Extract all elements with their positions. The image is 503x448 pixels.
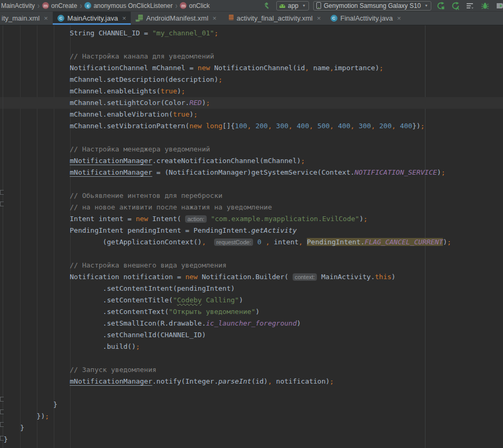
tab-androidmanifest-xml[interactable]: MFAndroidManifest.xml× <box>131 12 221 25</box>
fold-marker-icon[interactable] <box>0 397 4 402</box>
code-token: // Запуск уведомления <box>4 366 157 374</box>
code-token: ; <box>379 64 383 72</box>
code-token: 200 <box>379 122 391 130</box>
code-line[interactable]: .setContentTitle("Codeby Calling") <box>4 294 503 306</box>
code-line[interactable]: .setChannelId(CHANNEL_ID) <box>4 329 503 341</box>
fold-marker-icon[interactable] <box>0 190 4 195</box>
code-editor[interactable]: String CHANNEL_ID = "my_channel_01"; // … <box>0 25 503 448</box>
code-line[interactable]: .setContentText("Открыть уведомление") <box>4 306 503 318</box>
code-token: , <box>298 238 303 246</box>
code-line[interactable]: } <box>4 422 503 434</box>
method-icon: m <box>42 2 49 9</box>
run-configuration-select[interactable]: app ▼ <box>276 1 309 11</box>
code-line[interactable]: (getApplicationContext(), requestCode: 0… <box>4 236 503 248</box>
code-line[interactable]: // Обьявление интентов для переброски <box>4 190 503 202</box>
tab-finalacttivity-java[interactable]: CFinalActtivity.java× <box>326 12 406 25</box>
code-line[interactable] <box>4 178 503 190</box>
code-token: mChannel.setDescription(description) <box>4 75 218 83</box>
code-token: // Обьявление интентов для переброски <box>4 192 223 199</box>
code-line[interactable]: Notification notification = new Notifica… <box>4 271 503 283</box>
code-line[interactable]: mChannel.enableVibration(true); <box>4 109 503 120</box>
code-token: ) <box>437 168 441 176</box>
fold-marker-icon[interactable] <box>0 422 4 427</box>
tab-activity-final-acttivity-xml[interactable]: activity_final_acttivity.xml× <box>221 12 326 25</box>
attach-profiler-icon[interactable] <box>495 1 503 11</box>
code-token: mNotificationManager <box>70 157 152 165</box>
code-token: Intent intent = <box>4 215 136 223</box>
code-token: intent <box>270 238 299 246</box>
code-line[interactable]: .build(); <box>4 341 503 352</box>
code-line[interactable]: String CHANNEL_ID = "my_channel_01"; <box>4 27 503 39</box>
code-token: NotificationChannel mChannel = <box>4 64 198 72</box>
code-lines-icon[interactable] <box>465 1 476 11</box>
code-line[interactable]: .setSmallIcon(R.drawable.ic_launcher_for… <box>4 318 503 329</box>
run-configuration-label: app <box>288 2 298 9</box>
code-line[interactable]: // Настройка канала для уведомлений <box>4 51 503 62</box>
breadcrumb-item-mainactivity[interactable]: MainActivity <box>1 2 35 9</box>
tab-mainactivity-java[interactable]: CMainActivity.java× <box>53 12 131 25</box>
code-line[interactable]: Intent intent = new Intent( action: "com… <box>4 213 503 225</box>
code-line[interactable]: mChannel.enableLights(true); <box>4 85 503 97</box>
apply-changes-restart-icon[interactable] <box>436 1 446 11</box>
fold-marker-icon[interactable] <box>0 436 4 441</box>
code-line[interactable]: PendingIntent pendingIntent = PendingInt… <box>4 225 503 236</box>
fold-marker-icon[interactable] <box>0 409 4 414</box>
breadcrumb-item-onclick[interactable]: monClick <box>180 2 209 9</box>
editor-gutter <box>0 25 3 448</box>
main-toolbar: app ▼ Genymotion Samsung Galaxy S10 ▼ A <box>262 1 501 11</box>
code-line[interactable]: }); <box>4 411 503 422</box>
code-area[interactable]: String CHANNEL_ID = "my_channel_01"; // … <box>4 27 503 445</box>
code-token: (getApplicationContext() <box>4 238 202 246</box>
code-token: ) <box>297 319 301 327</box>
code-token: mChannel.enableVibration( <box>4 110 173 118</box>
code-token: .setContentText( <box>4 308 169 316</box>
code-line[interactable]: mChannel.setVibrationPattern(new long[]{… <box>4 120 503 132</box>
breadcrumb-item-anonymous-onclicklistener[interactable]: canonymous OnClickListener <box>84 2 172 9</box>
build-hammer-icon[interactable] <box>262 1 272 11</box>
code-line[interactable] <box>4 132 503 144</box>
breadcrumb-item-oncreate[interactable]: monCreate <box>42 2 77 9</box>
code-token: getActivity <box>252 226 297 234</box>
tab-ity-main-xml[interactable]: ity_main.xml× <box>0 12 53 25</box>
code-line[interactable] <box>4 248 503 260</box>
code-line[interactable]: // Настройка менеджера уведомлений <box>4 144 503 155</box>
code-line[interactable]: NotificationChannel mChannel = new Notif… <box>4 62 503 74</box>
android-studio-window: { "colors": { "editor_background": "#2b2… <box>0 0 503 448</box>
code-line[interactable]: mNotificationManager.notify(Integer.pars… <box>4 376 503 387</box>
code-line[interactable] <box>4 352 503 364</box>
fold-marker-icon[interactable] <box>0 202 4 206</box>
code-line[interactable]: // Настройка внешнего вида уведомления <box>4 260 503 271</box>
code-line[interactable]: mNotificationManager = (NotificationMana… <box>4 167 503 178</box>
code-line[interactable]: } <box>4 434 503 445</box>
code-line[interactable] <box>4 387 503 399</box>
code-line[interactable]: // Запуск уведомления <box>4 364 503 376</box>
device-select[interactable]: Genymotion Samsung Galaxy S10 ▼ <box>313 1 431 11</box>
tab-label: ity_main.xml <box>2 14 40 22</box>
code-line[interactable]: mChannel.setDescription(description); <box>4 74 503 85</box>
debug-bug-icon[interactable] <box>480 1 490 11</box>
code-line[interactable] <box>4 39 503 51</box>
code-line[interactable]: .setContentIntent(pendingIntent) <box>4 283 503 294</box>
tab-close-icon[interactable]: × <box>317 14 321 22</box>
code-token: 400 <box>400 122 412 130</box>
code-token <box>303 238 307 246</box>
code-token: , <box>330 64 334 72</box>
code-token: , <box>266 238 270 246</box>
tab-close-icon[interactable]: × <box>397 14 401 22</box>
code-line[interactable]: mChannel.setLightColor(Color.RED); <box>0 97 503 109</box>
breadcrumb-label: anonymous OnClickListener <box>93 2 172 9</box>
code-token: ; <box>181 87 186 95</box>
tab-close-icon[interactable]: × <box>122 14 127 22</box>
code-line[interactable]: } <box>4 399 503 411</box>
code-token: MainActivity. <box>317 273 375 281</box>
code-line[interactable]: // на новое активити после нажатия на ув… <box>4 202 503 213</box>
code-token: ; <box>218 75 223 83</box>
code-token <box>207 215 211 223</box>
code-token: this <box>375 273 391 281</box>
code-line[interactable]: mNotificationManager.createNotificationC… <box>4 155 503 167</box>
code-token: ) <box>189 110 194 118</box>
tab-close-icon[interactable]: × <box>44 14 48 22</box>
tab-label: MainActivity.java <box>67 14 118 22</box>
apply-code-changes-icon[interactable]: A <box>450 1 461 11</box>
tab-close-icon[interactable]: × <box>212 14 217 22</box>
